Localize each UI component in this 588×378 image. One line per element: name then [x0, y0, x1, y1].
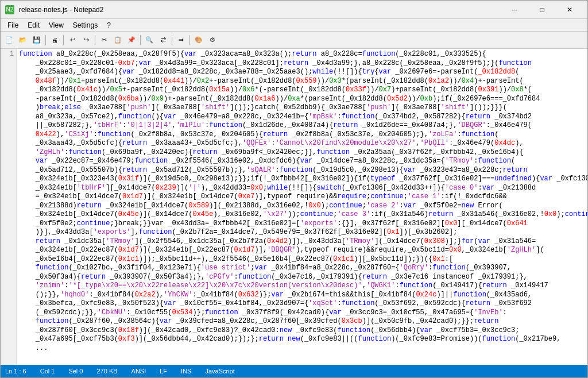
menu-bar: File Edit View Settings ? [1, 19, 587, 32]
toolbar-cut[interactable]: ✂ [98, 34, 110, 47]
toolbar-goto[interactable]: ⇒ [175, 34, 187, 47]
toolbar-replace[interactable]: ⇄ [157, 34, 169, 47]
editor-area[interactable]: 1 function a8_0x228c(_0x258eaa,_0x28f9f5… [1, 49, 587, 365]
toolbar-new[interactable]: 📄 [3, 34, 16, 47]
toolbar-sep4 [140, 35, 141, 45]
title-bar-left: N2 release-notes.js - Notepad2 [5, 5, 103, 14]
menu-help[interactable]: ? [102, 20, 115, 30]
status-encoding: ANSI [131, 368, 146, 375]
toolbar-sep5 [172, 35, 172, 45]
status-size: 270 KB [96, 368, 117, 375]
toolbar-redo[interactable]: ↪ [80, 34, 92, 47]
status-col: Col 1 [40, 368, 55, 375]
line-numbers: 1 [1, 49, 17, 365]
minimize-button[interactable]: ─ [501, 4, 528, 16]
status-line-col: Ln 1 : 6 [5, 368, 26, 375]
status-sel: Sel 0 [68, 368, 83, 375]
title-bar: N2 release-notes.js - Notepad2 ─ □ ✕ [1, 1, 587, 19]
toolbar-sep3 [95, 35, 95, 45]
toolbar-sep2 [63, 35, 64, 45]
toolbar-print[interactable]: 🖨 [48, 34, 61, 47]
menu-file[interactable]: File [3, 20, 23, 30]
toolbar-find[interactable]: 🔍 [143, 34, 156, 47]
toolbar-save[interactable]: 💾 [30, 34, 43, 47]
close-button[interactable]: ✕ [556, 4, 583, 16]
main-window: N2 release-notes.js - Notepad2 ─ □ ✕ Fil… [0, 0, 588, 378]
status-ins: INS [181, 368, 191, 375]
menu-view[interactable]: View [44, 20, 68, 30]
toolbar: 📄 📂 💾 🖨 ↩ ↪ ✂ 📋 📌 🔍 ⇄ ⇒ 🎨 ⚙ [1, 32, 587, 49]
toolbar-sep6 [189, 35, 190, 45]
toolbar-copy[interactable]: 📋 [111, 34, 124, 47]
status-lineending: LF [160, 368, 167, 375]
maximize-button[interactable]: □ [529, 4, 555, 16]
toolbar-sep1 [45, 35, 46, 45]
menu-settings[interactable]: Settings [68, 20, 102, 30]
toolbar-paste[interactable]: 📌 [125, 34, 138, 47]
window-title: release-notes.js - Notepad2 [19, 6, 103, 14]
window-controls: ─ □ ✕ [501, 4, 583, 16]
menu-edit[interactable]: Edit [23, 20, 44, 30]
app-icon: N2 [5, 5, 14, 14]
status-bar: Ln 1 : 6 Col 1 Sel 0 270 KB ANSI LF INS … [1, 365, 587, 377]
toolbar-settings[interactable]: ⚙ [206, 34, 219, 47]
code-editor[interactable]: function a8_0x228c(_0x258eaa,_0x28f9f5){… [17, 49, 587, 365]
toolbar-undo[interactable]: ↩ [66, 34, 79, 47]
status-language: JavaScript [205, 368, 234, 375]
toolbar-open[interactable]: 📂 [17, 34, 29, 47]
toolbar-scheme[interactable]: 🎨 [192, 34, 205, 47]
